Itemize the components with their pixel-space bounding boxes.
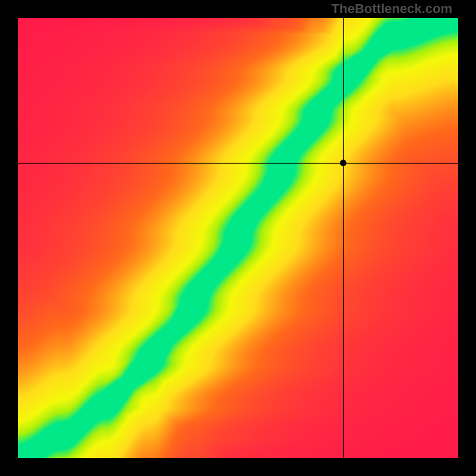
chart-container: TheBottleneck.com	[0, 0, 476, 476]
bottleneck-heatmap	[18, 18, 458, 458]
watermark-text: TheBottleneck.com	[331, 1, 452, 17]
